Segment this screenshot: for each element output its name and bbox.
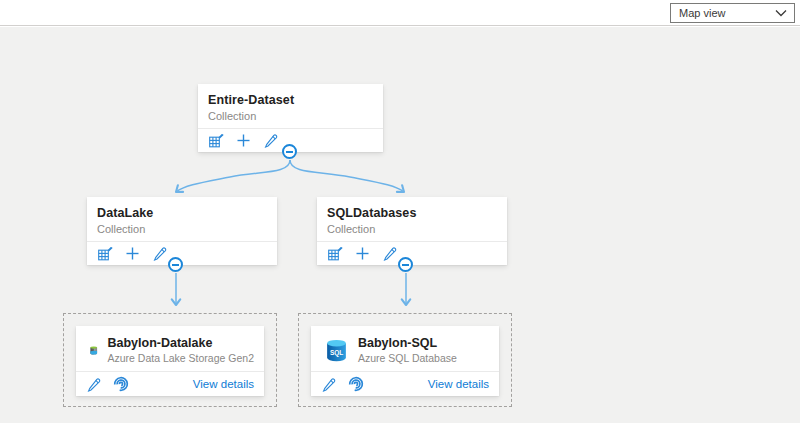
source-card-actions: View details [76, 371, 264, 396]
source-card-body: Babylon-Datalake Azure Data Lake Storage… [76, 326, 264, 364]
source-card-text: Babylon-SQL Azure SQL Database [358, 336, 457, 364]
source-card-actions: View details [311, 371, 499, 396]
collection-type-label: Collection [208, 110, 373, 122]
minus-icon [402, 264, 409, 266]
source-type-label: Azure Data Lake Storage Gen2 [107, 352, 254, 364]
collection-card-sqldatabases[interactable]: SQLDatabases Collection [317, 197, 507, 265]
source-card-text: Babylon-Datalake Azure Data Lake Storage… [107, 336, 254, 364]
collection-type-label: Collection [97, 223, 267, 235]
collection-card-entire-dataset[interactable]: Entire-Dataset Collection [198, 84, 383, 152]
minus-icon [286, 151, 293, 153]
sql-icon-text: SQL [330, 348, 343, 356]
source-card-babylon-sql[interactable]: SQL Babylon-SQL Azure SQL Database [311, 326, 499, 396]
view-details-link[interactable]: View details [428, 378, 489, 390]
collections-map-view: Map view Entire-Dataset Collection [0, 0, 800, 423]
collapse-node-button[interactable] [168, 257, 183, 272]
view-selector-value: Map view [679, 7, 725, 19]
scan-icon[interactable] [113, 376, 129, 392]
collection-card-body: DataLake Collection [87, 197, 277, 235]
collapse-node-button[interactable] [282, 144, 297, 159]
edit-pencil-icon[interactable] [382, 246, 397, 261]
collection-card-body: Entire-Dataset Collection [198, 84, 383, 122]
source-type-label: Azure SQL Database [358, 352, 457, 364]
source-group-outline-datalake: Babylon-Datalake Azure Data Lake Storage… [63, 313, 277, 407]
edit-pencil-icon[interactable] [86, 377, 101, 392]
add-icon[interactable] [125, 246, 140, 261]
view-selector-dropdown[interactable]: Map view [670, 3, 795, 23]
edit-pencil-icon[interactable] [263, 133, 278, 148]
source-group-outline-sql: SQL Babylon-SQL Azure SQL Database [298, 313, 512, 407]
collection-card-body: SQLDatabases Collection [317, 197, 507, 235]
collection-card-datalake[interactable]: DataLake Collection [87, 197, 277, 265]
source-name: Babylon-Datalake [107, 336, 254, 350]
add-icon[interactable] [236, 133, 251, 148]
azure-sql-database-icon: SQL [324, 338, 349, 363]
source-card-body: SQL Babylon-SQL Azure SQL Database [311, 326, 499, 364]
azure-data-lake-storage-gen2-icon [89, 338, 98, 363]
edit-pencil-icon[interactable] [152, 246, 167, 261]
edit-pencil-icon[interactable] [321, 377, 336, 392]
add-icon[interactable] [355, 246, 370, 261]
collection-type-label: Collection [327, 223, 497, 235]
source-card-babylon-datalake[interactable]: Babylon-Datalake Azure Data Lake Storage… [76, 326, 264, 396]
collection-title: SQLDatabases [327, 206, 497, 220]
minus-icon [172, 264, 179, 266]
chevron-down-icon [775, 9, 787, 17]
source-name: Babylon-SQL [358, 336, 457, 350]
scan-icon[interactable] [348, 376, 364, 392]
grid-edit-icon[interactable] [327, 246, 343, 262]
collection-title: DataLake [97, 206, 267, 220]
view-details-link[interactable]: View details [193, 378, 254, 390]
grid-edit-icon[interactable] [208, 133, 224, 149]
top-toolbar: Map view [0, 0, 800, 26]
collection-title: Entire-Dataset [208, 93, 373, 107]
grid-edit-icon[interactable] [97, 246, 113, 262]
collapse-node-button[interactable] [398, 257, 413, 272]
